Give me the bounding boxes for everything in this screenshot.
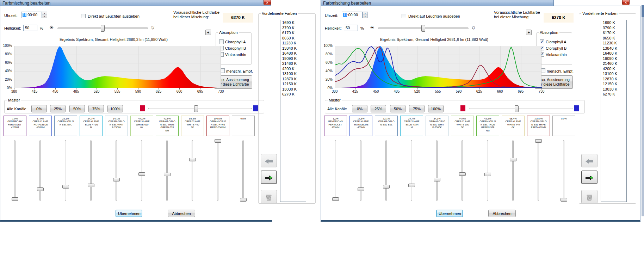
predefined-color-item[interactable]: 11230 K — [601, 41, 626, 46]
predefined-color-item[interactable]: 16480 K — [601, 51, 626, 56]
predefined-colors-list[interactable]: 1690 K3790 K6170 K8650 K11230 K13840 K16… — [601, 20, 627, 202]
predefined-color-item[interactable]: 13030 K — [280, 87, 306, 92]
channel-slider-3[interactable] — [65, 140, 66, 201]
channel-slider-1[interactable] — [335, 140, 336, 201]
channel-slider-thumb-7[interactable] — [484, 173, 491, 176]
predefined-color-item[interactable]: 3790 K — [601, 25, 626, 31]
master-25pct-button[interactable]: 25% — [371, 105, 386, 112]
predefined-color-item[interactable]: 4200 K — [280, 66, 306, 72]
predefined-color-item[interactable]: 11230 K — [280, 41, 306, 46]
channel-slider-thumb-10[interactable] — [561, 198, 567, 202]
channel-slider-9[interactable] — [538, 140, 539, 201]
channel-slider-thumb-1[interactable] — [332, 197, 339, 201]
predefined-color-item[interactable]: 8650 K — [280, 36, 306, 41]
channel-slider-thumb-2[interactable] — [37, 187, 44, 191]
channel-slider-4[interactable] — [90, 140, 92, 201]
predefined-color-item[interactable]: 21460 K — [601, 61, 626, 66]
brightness-slider-thumb[interactable] — [101, 25, 105, 32]
master-50pct-button[interactable]: 50% — [69, 105, 85, 112]
master-100pct-button[interactable]: 100% — [428, 105, 444, 112]
predefined-color-item[interactable]: 19090 K — [601, 56, 626, 61]
channel-slider-thumb-5[interactable] — [113, 178, 120, 181]
predefined-color-item[interactable]: 12870 K — [280, 76, 306, 82]
time-spinner[interactable]: ▲▼ — [42, 12, 47, 18]
channel-slider-thumb-8[interactable] — [510, 158, 516, 161]
master-100pct-button[interactable]: 100% — [107, 105, 123, 112]
predefined-color-item[interactable]: 16480 K — [280, 51, 306, 56]
add-color-button[interactable]: + — [205, 30, 211, 35]
channel-slider-thumb-6[interactable] — [138, 172, 145, 176]
brightness-slider[interactable] — [57, 27, 148, 29]
predefined-color-item[interactable]: 13840 K — [280, 46, 306, 51]
channel-slider-10[interactable] — [563, 140, 564, 201]
predefined-color-item[interactable]: 1690 K — [280, 20, 306, 25]
channel-slider-thumb-2[interactable] — [358, 187, 364, 191]
predefined-color-item[interactable]: 6270 K — [601, 92, 626, 97]
spinner-up-icon[interactable]: ▲ — [42, 12, 47, 15]
brightness-slider[interactable] — [378, 27, 469, 29]
predefined-color-item[interactable]: 4200 K — [601, 66, 626, 72]
channel-slider-6[interactable] — [141, 140, 142, 201]
direkt-checkbox[interactable] — [402, 14, 406, 18]
master-0pct-button[interactable]: 0% — [31, 105, 47, 112]
channel-slider-2[interactable] — [360, 140, 361, 201]
master-0pct-button[interactable]: 0% — [352, 105, 367, 112]
channel-slider-thumb-6[interactable] — [459, 172, 466, 176]
master-50pct-button[interactable]: 50% — [390, 105, 405, 112]
time-input[interactable]: 11:00:00 — [21, 12, 42, 18]
predefined-color-item[interactable]: 12150 K — [601, 81, 626, 87]
time-spinner[interactable]: ▲▼ — [363, 12, 368, 18]
spinner-down-icon[interactable]: ▼ — [42, 15, 47, 18]
master-slider-thumb[interactable] — [194, 105, 198, 112]
channel-slider-1[interactable] — [14, 140, 16, 201]
channel-slider-6[interactable] — [462, 140, 463, 201]
master-75pct-button[interactable]: 75% — [409, 105, 425, 112]
channel-slider-thumb-10[interactable] — [240, 198, 247, 202]
channel-slider-8[interactable] — [192, 140, 193, 201]
predefined-color-item[interactable]: 19090 K — [280, 56, 306, 61]
channel-slider-thumb-7[interactable] — [164, 173, 171, 176]
master-25pct-button[interactable]: 25% — [50, 105, 66, 112]
master-slider-thumb[interactable] — [515, 105, 519, 112]
master-75pct-button[interactable]: 75% — [88, 105, 104, 112]
channel-slider-thumb-8[interactable] — [189, 158, 196, 161]
master-slider[interactable] — [148, 108, 252, 109]
time-input[interactable]: 11:00:00 — [342, 12, 363, 18]
brightness-slider-thumb[interactable] — [421, 25, 425, 32]
spinner-down-icon[interactable]: ▼ — [363, 15, 367, 18]
channel-slider-thumb-9[interactable] — [535, 139, 542, 143]
predefined-color-item[interactable]: 6170 K — [280, 30, 306, 36]
close-button[interactable]: × — [264, 0, 271, 5]
direkt-checkbox[interactable] — [81, 14, 86, 18]
predefined-color-item[interactable]: 13100 K — [601, 71, 626, 76]
channel-slider-thumb-4[interactable] — [88, 184, 94, 187]
brightness-input[interactable] — [23, 25, 37, 31]
channel-slider-thumb-3[interactable] — [383, 185, 390, 189]
predefined-colors-list[interactable]: 1690 K3790 K6170 K8650 K11230 K13840 K16… — [280, 20, 306, 202]
channel-slider-9[interactable] — [217, 140, 218, 201]
channel-slider-8[interactable] — [512, 140, 514, 201]
predefined-color-item[interactable]: 13100 K — [280, 71, 306, 76]
channel-slider-5[interactable] — [436, 140, 438, 201]
channel-slider-thumb-5[interactable] — [434, 178, 440, 181]
add-color-button[interactable]: + — [526, 30, 532, 35]
channel-slider-3[interactable] — [385, 140, 387, 201]
master-slider[interactable] — [469, 108, 572, 109]
brightness-input[interactable] — [344, 25, 358, 31]
predefined-color-item[interactable]: 3790 K — [280, 25, 306, 31]
abbrechen-button[interactable]: Abbrechen — [488, 210, 516, 217]
predefined-color-item[interactable]: 12870 K — [601, 76, 626, 82]
channel-slider-7[interactable] — [487, 140, 488, 201]
channel-slider-thumb-9[interactable] — [215, 139, 221, 143]
channel-slider-7[interactable] — [166, 140, 168, 201]
channel-slider-10[interactable] — [242, 140, 244, 201]
channel-slider-4[interactable] — [411, 140, 412, 201]
uebernehmen-button[interactable]: Übernehmen — [116, 210, 142, 217]
predefined-color-item[interactable]: 6170 K — [601, 30, 626, 36]
uebernehmen-button[interactable]: Übernehmen — [436, 210, 463, 217]
predefined-color-item[interactable]: 6270 K — [280, 92, 306, 97]
predefined-color-item[interactable]: 21460 K — [280, 61, 306, 66]
predefined-color-item[interactable]: 1690 K — [601, 20, 626, 25]
predefined-color-item[interactable]: 13840 K — [601, 46, 626, 51]
predefined-color-item[interactable]: 12150 K — [280, 81, 306, 87]
